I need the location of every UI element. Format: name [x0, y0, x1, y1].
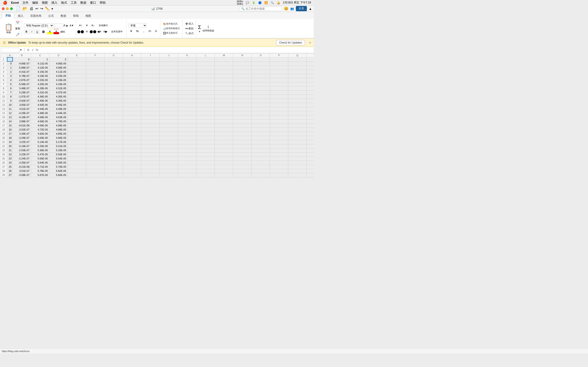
- cell-r2[interactable]: [307, 61, 314, 66]
- cell-i17[interactable]: [141, 123, 160, 127]
- tab-formulas[interactable]: 公式: [45, 13, 57, 19]
- cell-q2[interactable]: [288, 61, 307, 66]
- cell-o29[interactable]: [251, 173, 270, 177]
- cell-a18[interactable]: 16: [7, 127, 13, 132]
- cell-p23[interactable]: [270, 148, 288, 152]
- cell-i20[interactable]: [141, 136, 160, 140]
- col-header-f[interactable]: F: [86, 53, 104, 58]
- cell-j16[interactable]: [160, 119, 178, 123]
- cell-i12[interactable]: [141, 103, 160, 107]
- cell-h19[interactable]: [123, 132, 141, 136]
- menu-window[interactable]: 窗口: [90, 1, 96, 5]
- cell-q16[interactable]: [288, 119, 307, 123]
- cell-q24[interactable]: [288, 152, 307, 156]
- sort-filter-btn[interactable]: ↕ 排序和筛选: [203, 24, 214, 33]
- cell-j20[interactable]: [160, 136, 178, 140]
- cell-i14[interactable]: [141, 111, 160, 115]
- cell-h28[interactable]: [123, 169, 141, 173]
- cell-b24[interactable]: 3.23E-07: [13, 152, 31, 156]
- cell-c27[interactable]: 5.71E-05: [31, 165, 49, 169]
- cell-f3[interactable]: [86, 66, 104, 70]
- cell-o12[interactable]: [251, 103, 270, 107]
- cell-h16[interactable]: [123, 119, 141, 123]
- cell-o17[interactable]: [251, 123, 270, 127]
- cell-k18[interactable]: [178, 127, 196, 132]
- more-icon[interactable]: ▾: [52, 7, 53, 10]
- cell-b20[interactable]: -3.29E-07: [13, 136, 31, 140]
- col-header-r[interactable]: R: [307, 53, 314, 58]
- row-header[interactable]: 5: [0, 74, 7, 78]
- decrease-decimal-btn[interactable]: .0-: [153, 28, 159, 34]
- row-header[interactable]: 24: [0, 152, 7, 156]
- cell-r19[interactable]: [307, 132, 314, 136]
- cell-r25[interactable]: [307, 156, 314, 161]
- cell-c13[interactable]: 4.44E-05: [31, 107, 49, 111]
- row-header[interactable]: 11: [0, 99, 7, 103]
- cell-n12[interactable]: [233, 103, 251, 107]
- cell-f9[interactable]: [86, 90, 104, 94]
- cell-m15[interactable]: [215, 115, 233, 119]
- cell-o20[interactable]: [251, 136, 270, 140]
- cell-c10[interactable]: 4.36E-05: [31, 94, 49, 99]
- cell-e2[interactable]: [68, 61, 86, 66]
- cell-r28[interactable]: [307, 169, 314, 173]
- cell-j2[interactable]: [160, 61, 178, 66]
- cell-j6[interactable]: [160, 78, 178, 82]
- cell-e16[interactable]: [68, 119, 86, 123]
- cell-d10[interactable]: 4.35E-05: [49, 94, 68, 99]
- row-header[interactable]: 9: [0, 90, 7, 94]
- align-center-btn[interactable]: ≡: [84, 29, 90, 34]
- cell-c22[interactable]: 5.25E-05: [31, 144, 49, 148]
- cell-a14[interactable]: 12: [7, 111, 13, 115]
- cell-r21[interactable]: [307, 140, 314, 144]
- cell-b2[interactable]: -4.66E-07: [13, 61, 31, 66]
- cell-d18[interactable]: 4.68E-05: [49, 127, 68, 132]
- cell-f15[interactable]: [86, 115, 104, 119]
- cell-c11[interactable]: 4.40E-05: [31, 99, 49, 103]
- cell-j27[interactable]: [160, 165, 178, 169]
- cell-l9[interactable]: [196, 90, 215, 94]
- delete-btn[interactable]: ➖删除: [184, 26, 195, 31]
- cell-c16[interactable]: 4.66E-05: [31, 119, 49, 123]
- cell-g18[interactable]: [104, 127, 123, 132]
- cell-r11[interactable]: [307, 99, 314, 103]
- cell-f5[interactable]: [86, 74, 104, 78]
- share-icon[interactable]: 👥: [290, 7, 294, 10]
- cell-l2[interactable]: [196, 61, 215, 66]
- cell-h17[interactable]: [123, 123, 141, 127]
- cell-f24[interactable]: [86, 152, 104, 156]
- cell-g12[interactable]: [104, 103, 123, 107]
- cell-c9[interactable]: 4.31E-05: [31, 90, 49, 94]
- cut-button[interactable]: ✂️: [15, 20, 20, 25]
- row-header[interactable]: 10: [0, 94, 7, 99]
- name-box[interactable]: A1: [1, 48, 19, 52]
- cell-o1[interactable]: [251, 57, 270, 61]
- cell-p15[interactable]: [270, 115, 288, 119]
- cell-j29[interactable]: [160, 173, 178, 177]
- cell-h22[interactable]: [123, 144, 141, 148]
- search-icon[interactable]: 🔍: [271, 1, 274, 4]
- cell-n29[interactable]: [233, 173, 251, 177]
- cell-h10[interactable]: [123, 94, 141, 99]
- cell-c3[interactable]: 4.12E-05: [31, 66, 49, 70]
- cell-m20[interactable]: [215, 136, 233, 140]
- cell-a19[interactable]: 17: [7, 132, 13, 136]
- cell-k10[interactable]: [178, 94, 196, 99]
- cell-o4[interactable]: [251, 70, 270, 74]
- formula-input[interactable]: [41, 48, 313, 52]
- cell-i29[interactable]: [141, 173, 160, 177]
- cell-f26[interactable]: [86, 161, 104, 165]
- cell-h7[interactable]: [123, 82, 141, 86]
- cell-p28[interactable]: [270, 169, 288, 173]
- cell-a4[interactable]: 2: [7, 70, 13, 74]
- cell-j24[interactable]: [160, 152, 178, 156]
- cell-b11[interactable]: -4.92E-07: [13, 99, 31, 103]
- cell-j19[interactable]: [160, 132, 178, 136]
- cell-m23[interactable]: [215, 148, 233, 152]
- cell-j25[interactable]: [160, 156, 178, 161]
- cell-i3[interactable]: [141, 66, 160, 70]
- cell-e13[interactable]: [68, 107, 86, 111]
- col-header-a[interactable]: A: [7, 53, 13, 58]
- menu-format[interactable]: 格式: [61, 1, 67, 5]
- row-header[interactable]: 7: [0, 82, 7, 86]
